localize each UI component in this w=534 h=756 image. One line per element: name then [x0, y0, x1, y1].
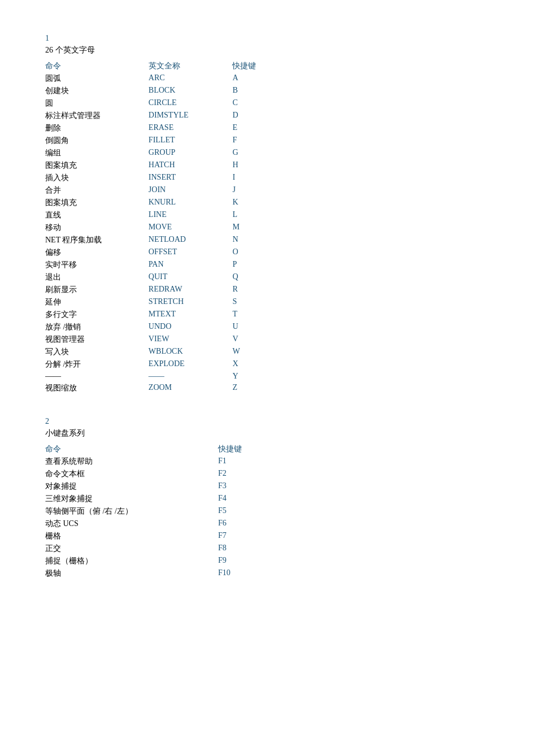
en-cell: VIEW	[149, 333, 233, 346]
en-cell: ERASE	[149, 122, 233, 134]
cmd-cell: ——	[45, 371, 149, 382]
cmd-cell: 合并	[45, 184, 149, 197]
table-row: 图案填充HATCHH	[45, 159, 271, 172]
en-cell: STRETCH	[149, 296, 233, 309]
table-row: 编组GROUPG	[45, 147, 271, 159]
key-cell: A	[232, 72, 271, 85]
key-cell: Y	[232, 371, 271, 382]
en-cell: DIMSTYLE	[149, 110, 233, 122]
key-cell: J	[232, 184, 271, 197]
en-cell: REDRAW	[149, 284, 233, 296]
key-cell: G	[232, 147, 271, 159]
table-row: 实时平移PANP	[45, 259, 271, 271]
key-cell: F4	[218, 493, 271, 505]
table-row: 写入块WBLOCKW	[45, 346, 271, 358]
table-row: 捕捉（栅格）F9	[45, 555, 271, 567]
en-cell: FILLET	[149, 134, 233, 147]
en-cell: LINE	[149, 209, 233, 221]
cmd-cell: 删除	[45, 122, 149, 134]
section1-header-row: 命令 英文全称 快捷键	[45, 60, 271, 72]
key-cell: B	[232, 85, 271, 97]
table-row: 对象捕捉F3	[45, 480, 271, 493]
key-cell: V	[232, 333, 271, 346]
table-row: 图案填充KNURLK	[45, 197, 271, 209]
table-row: 偏移OFFSETO	[45, 246, 271, 259]
key-cell: L	[232, 209, 271, 221]
table-row: 删除ERASEE	[45, 122, 271, 134]
en-cell: BLOCK	[149, 85, 233, 97]
cmd-cell: 创建块	[45, 85, 149, 97]
key-cell: P	[232, 259, 271, 271]
key-cell: Q	[232, 271, 271, 284]
header-en: 英文全称	[149, 60, 233, 72]
table-row: 等轴侧平面（俯 /右 /左）F5	[45, 505, 271, 518]
key-cell: E	[232, 122, 271, 134]
cmd-cell: 延伸	[45, 296, 149, 309]
table-row: 插入块INSERTI	[45, 172, 271, 184]
key-cell: I	[232, 172, 271, 184]
cmd-cell: 分解 /炸开	[45, 358, 149, 371]
section2: 2 小键盘系列 命令 快捷键 查看系统帮助F1命令文本框F2对象捕捉F3三维对象…	[45, 417, 489, 580]
cmd-cell: 视图管理器	[45, 333, 149, 346]
cmd-cell: 多行文字	[45, 309, 149, 321]
en-cell: EXPLODE	[149, 358, 233, 371]
header-cmd: 命令	[45, 60, 149, 72]
key-cell: F6	[218, 518, 271, 530]
table-row: 倒圆角FILLETF	[45, 134, 271, 147]
cmd-cell: 标注样式管理器	[45, 110, 149, 122]
key-cell: F10	[218, 567, 271, 580]
section1-title: 26 个英文字母	[45, 45, 489, 55]
en-cell: JOIN	[149, 184, 233, 197]
section2-header-row: 命令 快捷键	[45, 443, 271, 455]
key-cell: K	[232, 197, 271, 209]
key-cell: F	[232, 134, 271, 147]
cmd-cell: 等轴侧平面（俯 /右 /左）	[45, 505, 218, 518]
section1: 1 26 个英文字母 命令 英文全称 快捷键 圆弧ARCA创建块BLOCKB圆C…	[45, 34, 489, 394]
key-cell: T	[232, 309, 271, 321]
cmd-cell: 图案填充	[45, 197, 149, 209]
cmd-cell: 直线	[45, 209, 149, 221]
section2-title: 小键盘系列	[45, 428, 489, 438]
key-cell: R	[232, 284, 271, 296]
cmd-cell: 正交	[45, 542, 218, 555]
cmd-cell: 刷新显示	[45, 284, 149, 296]
table-row: 刷新显示REDRAWR	[45, 284, 271, 296]
table-row: 正交F8	[45, 542, 271, 555]
en-cell: CIRCLE	[149, 97, 233, 110]
cmd-cell: 视图缩放	[45, 382, 149, 394]
en-cell: MTEXT	[149, 309, 233, 321]
key-cell: D	[232, 110, 271, 122]
key-cell: C	[232, 97, 271, 110]
cmd-cell: 倒圆角	[45, 134, 149, 147]
table-row: 移动MOVEM	[45, 221, 271, 234]
en-cell: WBLOCK	[149, 346, 233, 358]
key-cell: Z	[232, 382, 271, 394]
en-cell: UNDO	[149, 321, 233, 333]
en-cell: ——	[149, 371, 233, 382]
table-row: 三维对象捕捉F4	[45, 493, 271, 505]
cmd-cell: 极轴	[45, 567, 218, 580]
key-cell: F8	[218, 542, 271, 555]
table-row: ————Y	[45, 371, 271, 382]
table-row: 视图缩放ZOOMZ	[45, 382, 271, 394]
header-key2: 快捷键	[218, 443, 271, 455]
table-row: 栅格F7	[45, 530, 271, 542]
table-row: 创建块BLOCKB	[45, 85, 271, 97]
key-cell: S	[232, 296, 271, 309]
key-cell: F2	[218, 468, 271, 480]
key-cell: F9	[218, 555, 271, 567]
table-row: NET 程序集加载NETLOADN	[45, 234, 271, 246]
table-row: 延伸STRETCHS	[45, 296, 271, 309]
key-cell: H	[232, 159, 271, 172]
en-cell: PAN	[149, 259, 233, 271]
section2-number: 2	[45, 417, 489, 426]
key-cell: F7	[218, 530, 271, 542]
cmd-cell: 放弃 /撤销	[45, 321, 149, 333]
table-row: 动态 UCSF6	[45, 518, 271, 530]
key-cell: N	[232, 234, 271, 246]
header-key: 快捷键	[232, 60, 271, 72]
table-row: 极轴F10	[45, 567, 271, 580]
table-row: 标注样式管理器DIMSTYLED	[45, 110, 271, 122]
key-cell: U	[232, 321, 271, 333]
en-cell: OFFSET	[149, 246, 233, 259]
